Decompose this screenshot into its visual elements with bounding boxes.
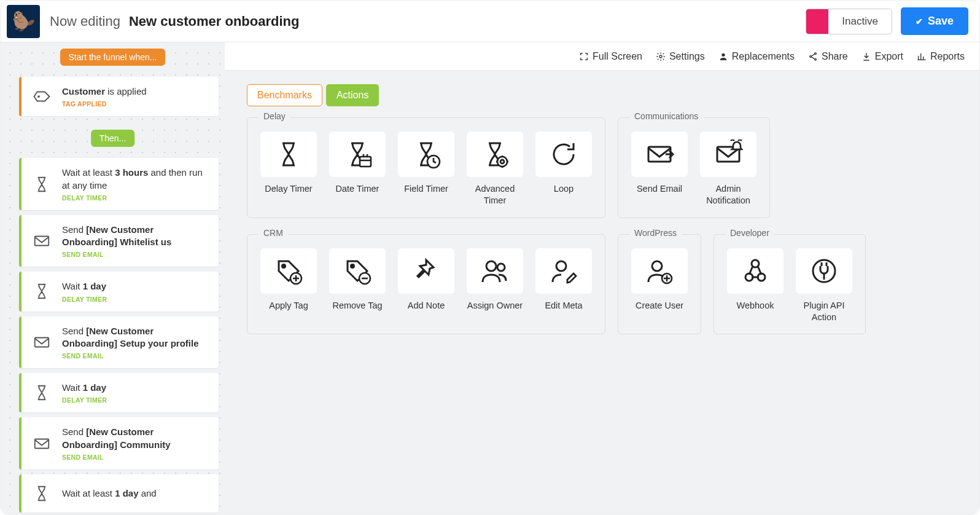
tile-apply-tag[interactable]: Apply Tag [259,248,319,312]
svg-point-1 [721,53,725,56]
funnel-step[interactable]: Wait at least 1 day and [19,474,219,513]
mail-icon [31,230,52,251]
tile-delay-timer[interactable]: Delay Timer [259,132,319,206]
mail-arrow-icon [631,132,688,177]
tile-label: Assign Owner [467,300,523,312]
tile-label: Admin Notification [698,183,758,206]
actions-canvas: Benchmarks Actions DelayDelay TimerDate … [225,71,979,514]
tag-plus-icon [260,248,317,294]
funnel-step[interactable]: Wait 1 dayDELAY TIMER [19,373,219,412]
topbar: 🦫 Now editing New customer onboarding In… [1,1,979,42]
replacements-button[interactable]: Replacements [718,51,795,62]
funnel-step[interactable]: Customer is appliedTAG APPLIED [19,77,219,116]
tile-label: Plugin API Action [794,300,854,323]
tile-advanced-timer[interactable]: Advanced Timer [465,132,525,206]
funnel-step[interactable]: Wait 1 dayDELAY TIMER [19,272,219,311]
hourglass-clock-icon [398,132,454,177]
funnel-step[interactable]: Send [New Customer Onboarding] Setup you… [19,316,219,369]
tile-label: Create User [636,300,683,312]
step-subtitle: SEND EMAIL [62,352,209,360]
settings-button[interactable]: Settings [656,51,705,62]
group-delay: DelayDelay TimerDate TimerField TimerAdv… [247,117,605,218]
pin-icon [398,248,454,294]
group-crm: CRMApply TagRemove TagAdd NoteAssign Own… [247,234,605,335]
tile-plugin-api-action[interactable]: Plugin API Action [794,248,854,323]
tab-bar: Benchmarks Actions [247,84,957,106]
user-plus-icon [631,248,688,294]
hourglass-cal-icon [329,132,386,177]
group-communications: CommunicationsSend EmailAdmin Notificati… [618,117,770,218]
user-edit-icon [535,248,592,294]
step-subtitle: TAG APPLIED [62,100,209,108]
step-title: Send [New Customer Onboarding] Whitelist… [62,224,209,249]
share-button[interactable]: Share [808,51,848,62]
tile-label: Field Timer [404,183,448,195]
tile-loop[interactable]: Loop [534,132,594,206]
tile-label: Apply Tag [269,300,308,312]
webhook-icon [727,248,784,294]
export-button[interactable]: Export [861,51,903,62]
save-label: Save [928,15,954,28]
funnel-name[interactable]: New customer onboarding [129,14,299,29]
step-subtitle: SEND EMAIL [62,251,209,258]
hourglass-icon [31,281,52,302]
editor-toolbar: Full Screen Settings Replacements Share … [225,42,979,71]
tab-benchmarks[interactable]: Benchmarks [247,84,322,106]
step-title: Wait at least 3 hours and then run at an… [62,167,209,192]
step-title: Wait 1 day [62,382,209,394]
tile-webhook[interactable]: Webhook [725,248,785,323]
tile-label: Delay Timer [265,183,312,195]
page-title: Now editing New customer onboarding [50,14,806,29]
svg-point-3 [810,55,812,57]
tile-label: Add Note [408,300,445,312]
editing-label: Now editing [50,14,120,29]
funnel-steps-sidebar[interactable]: Start the funnel when... Customer is app… [1,42,225,514]
tile-create-user[interactable]: Create User [629,248,690,312]
users-icon [467,248,523,294]
funnel-step[interactable]: Wait at least 3 hours and then run at an… [19,158,219,210]
then-chip[interactable]: Then... [91,130,135,147]
funnel-step[interactable]: Send [New Customer Onboarding] Community… [19,417,219,470]
hourglass-icon [31,174,52,195]
tab-actions[interactable]: Actions [326,84,379,106]
tile-label: Advanced Timer [465,183,525,206]
chart-icon [917,52,927,61]
tile-edit-meta[interactable]: Edit Meta [534,248,594,312]
tile-assign-owner[interactable]: Assign Owner [465,248,525,312]
hourglass-icon [31,382,52,403]
step-title: Wait at least 1 day and [62,487,209,500]
step-subtitle: DELAY TIMER [62,194,209,202]
status-text: Inactive [828,9,892,34]
gear-icon [656,52,666,61]
funnel-step[interactable]: Send [New Customer Onboarding] Whitelist… [19,215,219,267]
tile-label: Edit Meta [545,300,582,312]
tile-label: Date Timer [336,183,379,195]
step-title: Customer is applied [62,85,209,98]
tag-minus-icon [329,248,386,294]
tile-remove-tag[interactable]: Remove Tag [327,248,387,312]
tile-add-note[interactable]: Add Note [396,248,456,312]
check-icon: ✔ [916,17,923,26]
tile-date-timer[interactable]: Date Timer [327,132,387,206]
tile-label: Remove Tag [332,300,382,312]
loop-icon [535,132,592,177]
save-button[interactable]: ✔ Save [901,7,968,35]
group-label: WordPress [629,228,682,238]
status-color-swatch [806,9,828,34]
tile-admin-notification[interactable]: Admin Notification [698,132,758,206]
tile-send-email[interactable]: Send Email [629,132,690,206]
mail-bell-icon [700,132,756,177]
mail-icon [31,332,52,353]
group-developer: DeveloperWebhookPlugin API Action [714,234,866,335]
start-chip[interactable]: Start the funnel when... [60,49,166,66]
export-icon [861,52,871,61]
reports-button[interactable]: Reports [917,51,965,62]
step-title: Wait 1 day [62,280,209,293]
hourglass-icon [31,483,52,504]
status-toggle[interactable]: Inactive [806,9,892,34]
share-icon [808,52,818,61]
group-label: Developer [725,228,774,238]
full-screen-button[interactable]: Full Screen [579,51,642,62]
tile-field-timer[interactable]: Field Timer [396,132,456,206]
step-title: Send [New Customer Onboarding] Setup you… [62,325,209,350]
